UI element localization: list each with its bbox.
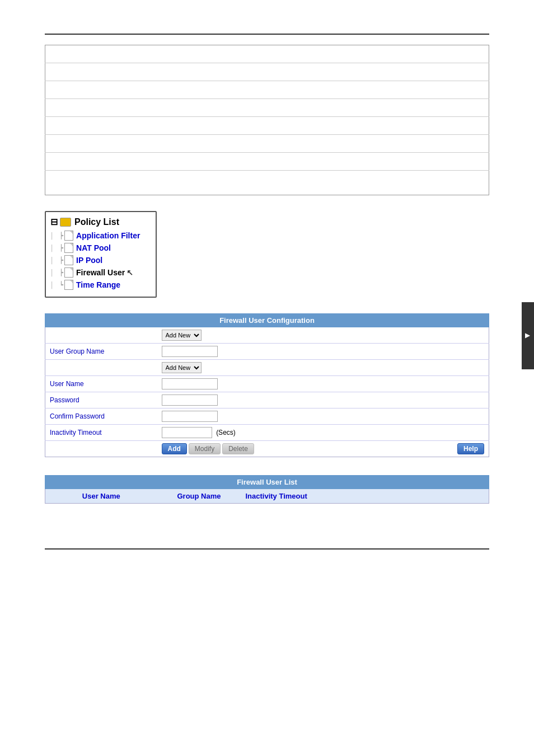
- top-divider: [45, 34, 489, 35]
- user-group-name-row: User Group Name: [45, 344, 489, 360]
- right-side-tab[interactable]: ▶: [522, 302, 534, 369]
- add-new-cell-1: Add New: [157, 327, 456, 344]
- tree-item-application-filter[interactable]: │ ┝ Application Filter: [50, 229, 149, 242]
- bottom-divider: [45, 548, 489, 550]
- user-name-row: User Name: [45, 376, 489, 392]
- info-table: [45, 45, 489, 195]
- info-row: [45, 171, 489, 195]
- tree-item-ip-pool[interactable]: │ ┝ IP Pool: [50, 254, 149, 266]
- firewall-list-header: Firewall User List: [45, 475, 489, 489]
- info-row: [45, 117, 489, 135]
- inactivity-timeout-label: Inactivity Timeout: [45, 425, 157, 441]
- firewall-config-section: Firewall User Configuration Add New User…: [45, 313, 489, 457]
- help-button[interactable]: Help: [457, 443, 484, 454]
- add-new-row-2: Add New: [45, 360, 489, 376]
- firewall-list-section: Firewall User List User Name Group Name …: [45, 475, 489, 504]
- info-row: [45, 63, 489, 81]
- add-button[interactable]: Add: [162, 443, 187, 454]
- section-spacer: [45, 467, 489, 475]
- tree-item-nat-pool[interactable]: │ ┝ NAT Pool: [50, 242, 149, 254]
- folder-icon: [60, 218, 71, 227]
- firewall-list-table: User Name Group Name Inactivity Timeout: [45, 489, 489, 504]
- user-name-label: User Name: [45, 376, 157, 392]
- page-icon: [64, 231, 73, 241]
- add-new-select-2[interactable]: Add New: [162, 362, 202, 373]
- add-new-label-1: [45, 327, 157, 344]
- info-row: [45, 135, 489, 153]
- firewall-config-header: Firewall User Configuration: [45, 313, 489, 327]
- page-icon: [64, 243, 73, 253]
- password-input[interactable]: [162, 395, 218, 406]
- buttons-row: Add Modify Delete Help: [45, 441, 489, 457]
- inactivity-timeout-row: Inactivity Timeout (Secs): [45, 425, 489, 441]
- user-group-name-input[interactable]: [162, 346, 218, 357]
- add-new-select-1[interactable]: Add New: [162, 330, 202, 341]
- password-row: Password: [45, 392, 489, 408]
- page-icon: [64, 255, 73, 265]
- confirm-password-input[interactable]: [162, 411, 218, 422]
- user-group-name-label: User Group Name: [45, 344, 157, 360]
- firewall-config-table: Add New User Group Name Add New: [45, 327, 489, 457]
- confirm-password-row: Confirm Password: [45, 408, 489, 425]
- policy-list-title: ⊟ Policy List: [50, 217, 149, 227]
- secs-label: (Secs): [216, 429, 236, 436]
- cursor-icon: ↖: [127, 268, 133, 277]
- page-icon: [64, 280, 73, 290]
- tree-item-time-range[interactable]: │ ┕ Time Range: [50, 279, 149, 291]
- col-header-username: User Name: [45, 489, 157, 504]
- user-name-input[interactable]: [162, 378, 218, 389]
- confirm-password-label: Confirm Password: [45, 408, 157, 425]
- add-new-row-1: Add New: [45, 327, 489, 344]
- modify-button[interactable]: Modify: [189, 443, 221, 454]
- info-row: [45, 153, 489, 171]
- policy-list-tree: ⊟ Policy List │ ┝ Application Filter │ ┝…: [45, 211, 157, 298]
- info-row: [45, 45, 489, 63]
- tree-item-firewall-user[interactable]: │ ┝ Firewall User ↖: [50, 266, 149, 279]
- info-row: [45, 99, 489, 117]
- info-row: [45, 81, 489, 99]
- password-label: Password: [45, 392, 157, 408]
- page-icon: [64, 267, 73, 278]
- col-header-groupname: Group Name: [157, 489, 241, 504]
- list-column-header-row: User Name Group Name Inactivity Timeout: [45, 489, 489, 504]
- delete-button[interactable]: Delete: [222, 443, 254, 454]
- col-header-inactivity: Inactivity Timeout: [241, 489, 489, 504]
- inactivity-timeout-input[interactable]: [162, 427, 212, 438]
